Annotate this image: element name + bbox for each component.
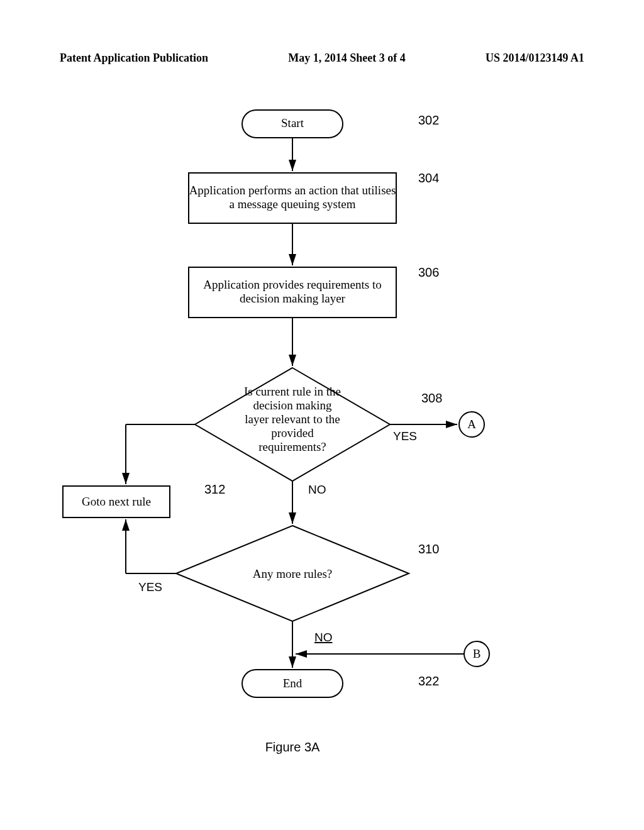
dec308-l1: Is current rule in the [244,385,341,398]
start-label: Start [281,116,304,130]
goto-next-rule: Goto next rule [63,486,170,517]
step-306: Application provides requirements to dec… [189,267,396,318]
step306-line1: Application provides requirements to [203,278,381,291]
goto-label: Goto next rule [82,495,151,508]
dec308-l5: requirements? [258,440,326,453]
ref-304: 304 [418,171,439,185]
dec308-l4: provided [271,426,314,440]
connector-A-label: A [467,418,476,431]
step304-line1: Application performs an action that util… [189,184,396,197]
label-no-310: NO [314,631,333,644]
dec308-l2: decision making [253,399,332,412]
flowchart: Start 302 Application performs an action… [0,0,644,830]
end-label: End [283,677,303,690]
ref-308: 308 [421,391,442,405]
end-node: End [242,670,343,697]
ref-310: 310 [418,542,439,556]
connector-A: A [459,412,484,437]
connector-B: B [464,641,489,667]
connector-B-label: B [473,647,481,660]
label-yes-310: YES [138,580,162,594]
start-node: Start [242,110,343,138]
step306-line2: decision making layer [240,292,345,305]
label-yes-308: YES [393,429,417,443]
figure-caption: Figure 3A [265,740,320,754]
decision-308: Is current rule in the decision making l… [195,368,390,481]
ref-312: 312 [204,482,225,496]
decision-310: Any more rules? [176,526,409,621]
step304-line2: a message queuing system [229,197,355,211]
dec308-l3: layer relevant to the [245,412,340,426]
ref-306: 306 [418,265,439,279]
label-no-308: NO [308,483,326,496]
ref-322: 322 [418,674,439,688]
dec310-label: Any more rules? [253,567,333,580]
ref-302: 302 [418,113,439,127]
step-304: Application performs an action that util… [189,173,396,223]
